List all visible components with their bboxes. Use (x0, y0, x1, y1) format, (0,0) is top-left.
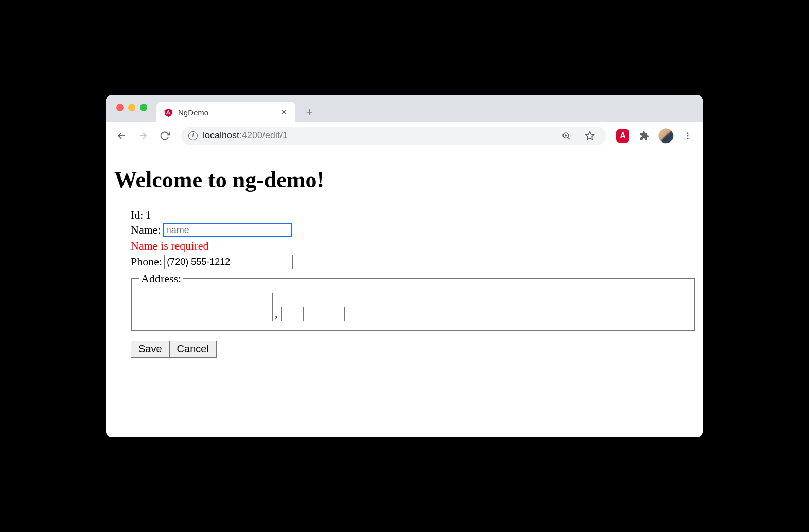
button-row: Save Cancel (131, 341, 695, 358)
reload-button[interactable] (155, 127, 174, 145)
extension-angular-icon[interactable]: A (613, 127, 632, 145)
close-window-button[interactable] (116, 104, 124, 111)
name-label: Name: (131, 223, 161, 237)
id-row: Id: 1 (131, 208, 695, 222)
address-zip-input[interactable] (305, 307, 345, 321)
phone-row: Phone: (131, 255, 695, 269)
svg-point-4 (687, 132, 689, 134)
back-button[interactable] (112, 127, 131, 145)
address-separator: , (275, 307, 278, 321)
extensions-puzzle-icon[interactable] (635, 127, 654, 145)
id-value: 1 (145, 208, 151, 222)
address-city-input[interactable] (139, 307, 273, 321)
id-label: Id: (131, 208, 143, 222)
close-tab-icon[interactable]: ✕ (279, 107, 288, 118)
svg-marker-3 (586, 131, 594, 139)
name-input[interactable] (163, 223, 292, 237)
url-path: /edit/1 (262, 130, 288, 140)
name-error-message: Name is required (131, 239, 695, 253)
page-content: Welcome to ng-demo! Id: 1 Name: Name is … (106, 149, 703, 437)
page-heading: Welcome to ng-demo! (114, 167, 695, 193)
new-tab-button[interactable]: + (301, 103, 318, 121)
url-port: :4200 (239, 130, 262, 140)
address-state-input[interactable] (281, 307, 304, 321)
cancel-button[interactable]: Cancel (169, 341, 217, 358)
address-bar[interactable]: i localhost:4200/edit/1 (181, 127, 606, 145)
profile-avatar[interactable] (657, 127, 675, 145)
tab-title: NgDemo (178, 108, 274, 117)
browser-window: NgDemo ✕ + i localhost:4200/edit/1 (106, 95, 703, 437)
title-bar: NgDemo ✕ + (106, 95, 703, 122)
svg-point-6 (687, 137, 689, 139)
window-controls (116, 104, 147, 111)
save-button[interactable]: Save (131, 341, 170, 358)
address-street-input[interactable] (139, 293, 273, 307)
menu-kebab-icon[interactable] (678, 127, 697, 145)
url-host: localhost (203, 130, 239, 140)
url-text: localhost:4200/edit/1 (203, 130, 552, 141)
phone-input[interactable] (164, 255, 293, 269)
bookmark-star-icon[interactable] (581, 127, 599, 145)
site-info-icon[interactable]: i (188, 131, 198, 140)
phone-label: Phone: (131, 255, 162, 269)
tab-strip: NgDemo ✕ + (156, 95, 318, 122)
svg-point-5 (687, 135, 689, 136)
address-fieldset: Address: , (131, 272, 695, 331)
address-city-state-zip-row: , (139, 307, 687, 321)
address-legend: Address: (139, 272, 183, 286)
forward-button[interactable] (134, 127, 152, 145)
toolbar: i localhost:4200/edit/1 A (106, 122, 703, 149)
angular-icon (164, 108, 173, 117)
edit-form: Id: 1 Name: Name is required Phone: Addr… (114, 208, 695, 358)
zoom-icon[interactable] (557, 127, 575, 145)
minimize-window-button[interactable] (128, 104, 135, 111)
maximize-window-button[interactable] (140, 104, 147, 111)
name-row: Name: (131, 223, 695, 237)
tab-active[interactable]: NgDemo ✕ (156, 102, 295, 122)
